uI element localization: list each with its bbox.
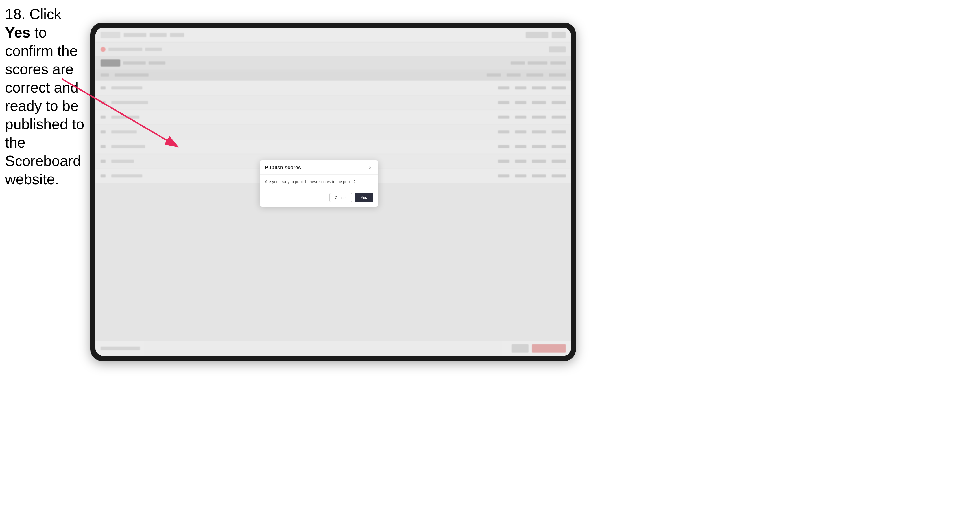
dialog-footer: Cancel Yes [260,190,378,206]
dialog-close-button[interactable]: × [367,165,373,171]
publish-scores-dialog: Publish scores × Are you ready to publis… [260,160,378,207]
instruction-text: 18. Click Yes to confirm the scores are … [5,5,87,189]
dialog-cancel-button[interactable]: Cancel [329,193,352,202]
dialog-yes-button[interactable]: Yes [355,193,373,202]
tablet-screen: Publish scores × Are you ready to publis… [95,28,571,356]
dialog-overlay: Publish scores × Are you ready to publis… [95,28,571,356]
dialog-title: Publish scores [265,165,301,171]
dialog-header: Publish scores × [260,160,378,175]
instruction-bold: Yes [5,24,30,41]
dialog-body: Are you ready to publish these scores to… [260,175,378,190]
instruction-after: to confirm the scores are correct and re… [5,24,84,187]
tablet-device: Publish scores × Are you ready to publis… [90,22,576,361]
step-number: 18. Click [5,6,61,22]
